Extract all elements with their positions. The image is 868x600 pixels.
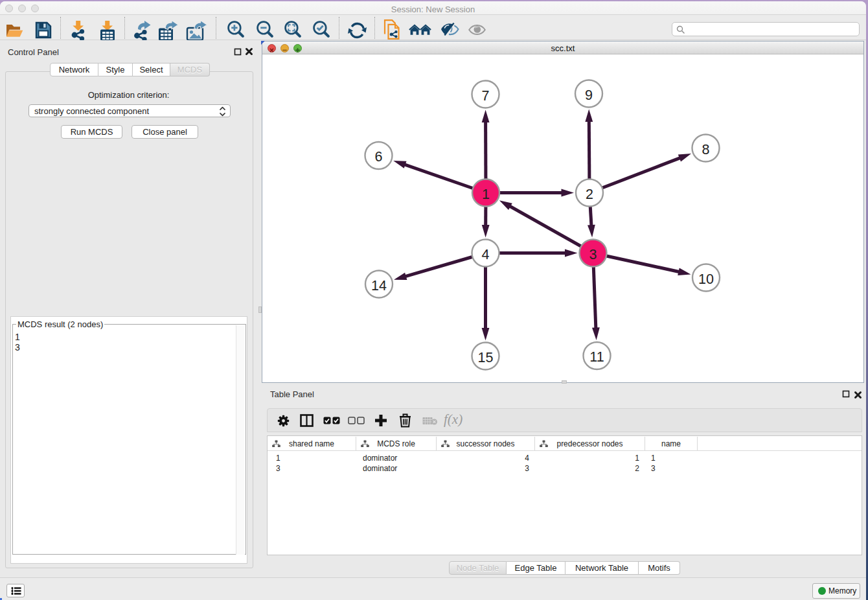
svg-text:2: 2 [586,187,593,202]
svg-text:1: 1 [482,187,490,202]
svg-text:15: 15 [478,350,494,365]
svg-text:4: 4 [482,247,490,262]
svg-text:7: 7 [482,88,490,104]
svg-text:6: 6 [375,149,383,165]
svg-text:14: 14 [371,278,387,294]
svg-text:10: 10 [698,271,714,287]
svg-text:9: 9 [585,87,593,103]
svg-text:8: 8 [702,142,710,157]
svg-text:11: 11 [589,349,604,365]
svg-text:3: 3 [589,247,597,262]
